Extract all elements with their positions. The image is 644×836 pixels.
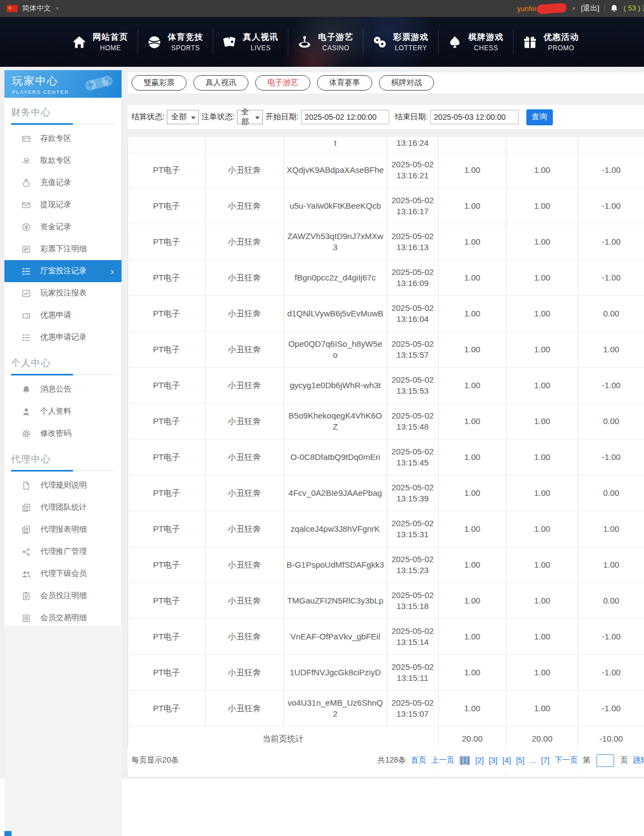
game-tab[interactable]: 棋牌对战 <box>379 75 434 91</box>
sidebar-item[interactable]: 会员交易明细 <box>4 607 122 626</box>
table-row[interactable]: PT电子小丑狂奔zqalceJ4pw3J8hVFgnrK2025-05-02 1… <box>128 511 644 547</box>
sidebar-sections: 财务中心存款专区取款专区充值记录提现记录资金记录彩票下注明细厅室投注记录›玩家投… <box>4 106 122 626</box>
sidebar-item[interactable]: 存款专区 <box>4 128 122 150</box>
sidebar-item[interactable]: 厅室投注记录› <box>4 260 122 282</box>
language-selector[interactable]: 简体中文 <box>22 3 51 13</box>
sidebar-item[interactable]: 消息公告 <box>4 378 122 400</box>
jump-button[interactable]: 跳转 <box>633 755 644 765</box>
sidebar-section-title: 代理中心 <box>11 453 115 471</box>
sidebar-item[interactable]: 提现记录 <box>4 194 122 216</box>
time-cell: 13:16:24 <box>387 137 439 152</box>
table-row[interactable]: PT电子小丑狂奔B-G1PspoUdMfSDAFgkk32025-05-02 1… <box>128 547 644 583</box>
nav-item-lottery[interactable]: 彩票游戏LOTTERY <box>363 25 438 59</box>
nav-item-home[interactable]: 网站首页HOME <box>62 25 138 59</box>
nav-item-sports[interactable]: 体育竞技SPORTS <box>138 25 213 59</box>
bet-amount-cell: 1.00 <box>439 296 506 332</box>
table-row[interactable]: PT电子小丑狂奔Ope0QD7q6ISo_h8yW5eo2025-05-02 1… <box>128 332 644 368</box>
platform-cell: PT电子 <box>128 655 205 691</box>
time-cell: 2025-05-02 13:15:48 <box>387 404 439 440</box>
table-row[interactable]: PT电子小丑狂奔TMGauZFI2N5RlC3y3bLp2025-05-02 1… <box>128 583 644 619</box>
table-row[interactable]: PT电子小丑狂奔XQdjvK9ABdpaXAseBFhe2025-05-02 1… <box>128 152 644 188</box>
table-row[interactable]: PT电子小丑狂奔VnEAF-OfPaVkv_gbFEil2025-05-02 1… <box>128 619 644 655</box>
sidebar-item[interactable]: 代理规则说明 <box>4 474 122 496</box>
end-date-input[interactable] <box>430 110 519 124</box>
username-text[interactable]: yunfei <box>517 4 536 13</box>
table-row[interactable]: PT电子小丑狂奔O-0C8DfatbQ9tDq0mEri2025-05-02 1… <box>128 440 644 475</box>
nav-items: 网站首页HOME体育竞技SPORTS真人视讯LIVES电子游艺CASINO彩票游… <box>62 25 588 59</box>
game-name-cell: 小丑狂奔 <box>205 475 284 511</box>
notification-count[interactable]: ( 53 ) 新 <box>624 3 644 13</box>
divider <box>604 4 605 13</box>
jump-page-input[interactable] <box>597 754 614 767</box>
sidebar-section-title: 个人中心 <box>11 357 115 375</box>
settle-status-select[interactable]: 全部 <box>167 110 199 124</box>
sidebar-item[interactable]: 代理推广管理 <box>4 541 122 563</box>
coin-icon <box>22 223 31 232</box>
table-row[interactable]: PT电子小丑狂奔ZAWZVh53qtD9nJ7xMXw32025-05-02 1… <box>128 224 644 260</box>
nav-item-chess[interactable]: 棋牌游戏CHESS <box>438 25 513 59</box>
sidebar-item[interactable]: 玩家投注报表 <box>4 282 122 304</box>
page-link[interactable]: 下一页 <box>555 755 578 765</box>
page-link[interactable]: [2] <box>475 756 484 765</box>
page-link[interactable]: [5] <box>516 756 525 765</box>
game-tab[interactable]: 体育赛事 <box>317 75 372 91</box>
bottom-left-widget[interactable] <box>4 831 12 836</box>
sidebar-item[interactable]: 会员投注明细 <box>4 585 122 607</box>
bet-id-cell: TMGauZFI2N5RlC3y3bLp <box>284 583 387 619</box>
nav-item-casino[interactable]: 电子游艺CASINO <box>288 25 363 59</box>
bet-id-cell: 4Fcv_0A2BIe9JAAePbag <box>284 475 387 511</box>
page-link[interactable]: [7] <box>541 756 550 765</box>
sidebar-item[interactable]: 资金记录 <box>4 216 122 238</box>
game-name-cell: 小丑狂奔 <box>205 547 284 583</box>
time-cell: 2025-05-02 13:15:07 <box>387 691 439 727</box>
chevron-down-icon[interactable]: ▼ <box>55 6 60 11</box>
page-link[interactable]: [4] <box>503 756 511 765</box>
sidebar-item[interactable]: 彩票下注明细 <box>4 238 122 260</box>
start-date-input[interactable] <box>301 110 389 124</box>
bet-amount-cell: 1.00 <box>439 440 506 475</box>
sidebar-item[interactable]: 代理下级会员 <box>4 563 122 585</box>
table-row[interactable]: PT电子小丑狂奔u5u-YaIw0kFtKBeeKQcb2025-05-02 1… <box>128 188 644 224</box>
time-cell: 2025-05-02 13:15:53 <box>387 368 439 404</box>
envelope-icon <box>22 200 31 210</box>
sidebar-item[interactable]: 修改密码 <box>4 422 122 445</box>
nav-item-promo[interactable]: 优惠活动PROMO <box>513 25 588 59</box>
bet-id-cell: Ope0QD7q6ISo_h8yW5eo <box>284 332 387 368</box>
chevron-down-icon[interactable]: ▼ <box>572 6 576 11</box>
table-row[interactable]: PT电子小丑狂奔gycyg1e0Db6jWhR-wh3t2025-05-02 1… <box>128 368 644 404</box>
game-tab[interactable]: 电子游艺 <box>255 75 310 91</box>
nav-label-en: HOME <box>93 44 128 52</box>
table-row[interactable]: PT电子小丑狂奔B5o9KhekoqegK4VhK6OZ2025-05-02 1… <box>128 404 644 440</box>
table-row[interactable]: PT电子小丑狂奔4Fcv_0A2BIe9JAAePbag2025-05-02 1… <box>128 475 644 511</box>
sidebar-item[interactable]: 优惠申请记录 <box>4 326 122 348</box>
sidebar-item[interactable]: 代理报表明细 <box>4 518 122 541</box>
table-row[interactable]: PT电子小丑狂奔fBgn0pcc2z_d4giIj67c2025-05-02 1… <box>128 260 644 296</box>
sidebar-item[interactable]: 充值记录 <box>4 172 122 194</box>
search-button[interactable]: 查询 <box>526 109 553 125</box>
page-links: 首页上一页[1][2][3][4][5]...[7]下一页 <box>411 755 578 765</box>
page-link[interactable]: [3] <box>489 756 498 765</box>
sidebar-item[interactable]: 代理团队统计 <box>4 496 122 518</box>
sidebar-item-label: 代理下级会员 <box>40 569 87 579</box>
logout-button[interactable]: [退出] <box>581 3 599 13</box>
table-row[interactable]: PT电子小丑狂奔d1QNlLVywB6j5vEvMuwB2025-05-02 1… <box>128 296 644 332</box>
sidebar-item[interactable]: 个人资料 <box>4 400 122 422</box>
game-name-cell: 小丑狂奔 <box>205 655 284 691</box>
table-row[interactable]: PT电子小丑狂奔1UDFfNVJgcGk8ciPziyD2025-05-02 1… <box>128 655 644 691</box>
table-row[interactable]: PT电子小丑狂奔vo4U31n_eMB_Uz6ShnQ22025-05-02 1… <box>128 691 644 727</box>
page-link[interactable]: 首页 <box>411 755 426 765</box>
end-date-label: 结束日期: <box>395 112 428 122</box>
order-status-select[interactable]: 全部 <box>237 110 263 124</box>
game-tab[interactable]: 真人视讯 <box>193 75 249 91</box>
notification-bell-icon[interactable] <box>610 4 619 13</box>
page-link[interactable]: 上一页 <box>431 755 455 765</box>
sidebar-item[interactable]: 取款专区 <box>4 150 122 172</box>
platform-cell: PT电子 <box>128 404 205 440</box>
nav-item-lives[interactable]: 真人视讯LIVES <box>213 25 288 59</box>
time-cell: 2025-05-02 13:15:57 <box>387 332 439 368</box>
game-tab[interactable]: 雙赢彩票 <box>131 75 187 91</box>
page-link-current[interactable]: [1] <box>460 756 471 765</box>
sidebar-item[interactable]: 优惠申请 <box>4 304 122 326</box>
time-cell: 2025-05-02 13:16:09 <box>387 260 439 296</box>
game-name-cell: 小丑狂奔 <box>205 619 284 655</box>
